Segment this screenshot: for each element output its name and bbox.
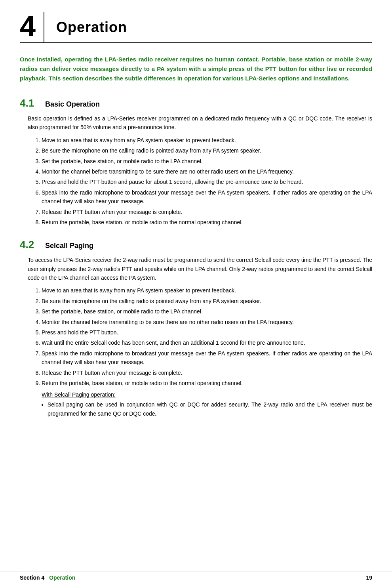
subsection-header-1: 4.2Selcall Paging: [20, 239, 372, 251]
bullet-list-1: Selcall paging can be used in conjunctio…: [20, 400, 372, 418]
subsection-number-0: 4.1: [20, 97, 40, 109]
subheading-1: With Selcall Paging operation:: [20, 391, 372, 398]
step-item-0-6: Release the PTT button when your message…: [42, 208, 372, 216]
step-item-0-1: Be sure the microphone on the calling ra…: [42, 146, 372, 155]
footer-page-number: 19: [366, 574, 372, 581]
steps-list-1: Move to an area that is away from any PA…: [20, 286, 372, 387]
step-item-0-0: Move to an area that is away from any PA…: [42, 136, 372, 145]
step-item-1-2: Set the portable, base station, or mobil…: [42, 307, 372, 316]
step-item-1-7: Release the PTT button when your message…: [42, 368, 372, 377]
subsection-intro-0: Basic operation is defined as a LPA-Seri…: [20, 114, 372, 132]
step-item-1-8: Return the portable, base station, or mo…: [42, 379, 372, 387]
step-item-0-7: Return the portable, base station, or mo…: [42, 218, 372, 227]
subsection-header-0: 4.1Basic Operation: [20, 97, 372, 109]
page-footer: Section 4 Operation 19: [0, 571, 392, 584]
step-item-1-1: Be sure the microphone on the calling ra…: [42, 297, 372, 305]
subsection-4-2: 4.2Selcall PagingTo access the LPA-Serie…: [20, 239, 372, 418]
footer-section-value: Operation: [49, 574, 75, 581]
subsection-number-1: 4.2: [20, 239, 40, 251]
bullet-bold-1-0: .: [155, 410, 157, 417]
step-item-1-0: Move to an area that is away from any PA…: [42, 286, 372, 295]
steps-list-0: Move to an area that is away from any PA…: [20, 136, 372, 227]
step-item-0-3: Monitor the channel before transmitting …: [42, 167, 372, 176]
step-item-1-4: Press and hold the PTT button.: [42, 328, 372, 337]
subsection-4-1: 4.1Basic OperationBasic operation is def…: [20, 97, 372, 227]
footer-left: Section 4 Operation: [20, 574, 75, 581]
intro-paragraph: Once installed, operating the LPA-Series…: [20, 55, 372, 83]
step-item-1-6: Speak into the radio microphone to broad…: [42, 349, 372, 367]
section-number: 4: [20, 12, 44, 42]
step-item-1-5: Wait until the entire Selcall code has b…: [42, 338, 372, 347]
step-item-0-5: Speak into the radio microphone to broad…: [42, 188, 372, 206]
bullet-item-1-0: Selcall paging can be used in conjunctio…: [48, 400, 372, 418]
sections-container: 4.1Basic OperationBasic operation is def…: [20, 97, 372, 418]
subsection-intro-1: To access the LPA-Series receiver the 2-…: [20, 256, 372, 282]
step-item-0-4: Press and hold the PTT button and pause …: [42, 177, 372, 186]
footer-section-label: Section 4: [20, 574, 44, 581]
step-item-0-2: Set the portable, base station, or mobil…: [42, 157, 372, 166]
section-header: 4 Operation: [20, 12, 372, 43]
subsection-title-0: Basic Operation: [45, 100, 100, 109]
section-title: Operation: [56, 19, 127, 36]
step-item-1-3: Monitor the channel before transmitting …: [42, 318, 372, 326]
subsection-title-1: Selcall Paging: [45, 242, 93, 250]
page-container: 4 Operation Once installed, operating th…: [0, 0, 392, 418]
